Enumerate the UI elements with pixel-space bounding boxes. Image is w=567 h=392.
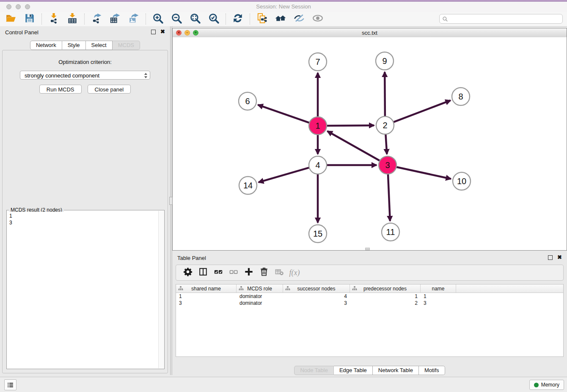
search-icon — [442, 16, 448, 22]
float-table-panel-icon[interactable] — [548, 255, 553, 260]
add-column-button[interactable] — [241, 266, 256, 279]
export-image-button[interactable] — [127, 13, 140, 25]
deselect-all-button[interactable] — [226, 266, 241, 279]
tab-motifs[interactable]: Motifs — [419, 366, 445, 375]
network-close-icon[interactable]: ✕ — [176, 30, 182, 36]
delete-column-button[interactable] — [256, 266, 272, 279]
tab-edge-table[interactable]: Edge Table — [334, 366, 373, 375]
close-panel-icon[interactable]: ✖ — [160, 29, 165, 34]
cell-predecessor-nodes: 1 — [350, 293, 421, 299]
svg-text:1: 1 — [315, 121, 320, 130]
column-header-shared-name[interactable]: shared name — [176, 284, 237, 293]
task-history-button[interactable] — [4, 379, 17, 390]
optimization-criterion-label: Optimization criterion: — [3, 59, 168, 65]
graph-edge-3-11[interactable] — [388, 174, 390, 221]
zoom-selected-button[interactable] — [207, 13, 220, 25]
tab-select[interactable]: Select — [86, 41, 113, 50]
graph-node-6[interactable]: 6 — [239, 92, 256, 110]
graph-edge-3-1[interactable] — [328, 131, 380, 161]
first-neighbors-button[interactable] — [274, 13, 287, 25]
export-network-button[interactable] — [90, 13, 103, 25]
graph-node-10[interactable]: 10 — [453, 172, 471, 190]
tab-mcds[interactable]: MCDS — [113, 41, 140, 50]
zoom-in-button[interactable] — [151, 13, 164, 25]
graph-edge-2-3[interactable] — [385, 134, 387, 154]
graph-node-2[interactable]: 2 — [376, 116, 394, 134]
table-row[interactable]: 1dominator411 — [176, 293, 563, 300]
column-header-name[interactable]: name — [421, 284, 456, 293]
result-scrollbar[interactable] — [158, 211, 164, 368]
search-box[interactable] — [439, 14, 563, 24]
column-header-mcds-role[interactable]: MCDS role — [237, 284, 283, 293]
import-network-button[interactable] — [47, 13, 60, 25]
refresh-button[interactable] — [231, 13, 244, 25]
cell-mcds-role: dominator — [237, 300, 283, 306]
graph-edge-4-14[interactable] — [259, 168, 310, 182]
graph-node-9[interactable]: 9 — [376, 52, 394, 70]
network-zoom-icon[interactable]: + — [193, 30, 198, 36]
hierarchy-icon — [239, 286, 244, 291]
zoom-out-button[interactable] — [170, 13, 183, 25]
control-panel-tabs: NetworkStyleSelectMCDS — [0, 41, 170, 50]
select-all-button[interactable] — [211, 266, 226, 279]
network-minimize-icon[interactable]: − — [184, 30, 190, 36]
network-window-titlebar[interactable]: ✕ − + scc.txt — [173, 28, 567, 38]
import-table-button[interactable] — [66, 13, 79, 25]
show-columns-icon — [198, 267, 208, 278]
run-mcds-button[interactable]: Run MCDS — [39, 85, 82, 94]
hide-selected-button[interactable] — [293, 13, 306, 25]
graph-node-11[interactable]: 11 — [382, 223, 399, 241]
toolbar-separator — [41, 14, 42, 25]
network-window: ✕ − + scc.txt 7968124314101511 — [172, 28, 567, 251]
column-settings-button[interactable] — [180, 266, 195, 279]
tab-style[interactable]: Style — [62, 41, 86, 50]
hierarchy-icon — [178, 286, 183, 291]
graph-node-1[interactable]: 1 — [309, 117, 327, 135]
column-header-successor-nodes[interactable]: successor nodes — [283, 284, 350, 293]
clone-network-icon — [256, 13, 267, 25]
graph-node-7[interactable]: 7 — [309, 53, 327, 71]
memory-button[interactable]: Memory — [529, 380, 564, 390]
memory-status-icon — [534, 383, 539, 387]
titlebar: Session: New Session — [0, 0, 567, 12]
open-file-button[interactable] — [5, 13, 17, 25]
graph-node-3[interactable]: 3 — [379, 156, 396, 174]
mcds-tab-content: Optimization criterion: strongly connect… — [2, 50, 168, 373]
refresh-icon — [232, 13, 243, 25]
delete-table-icon — [275, 267, 284, 278]
graph-node-4[interactable]: 4 — [309, 156, 327, 174]
close-panel-button[interactable]: Close panel — [88, 85, 131, 94]
float-panel-icon[interactable] — [151, 30, 156, 34]
tab-network-table[interactable]: Network Table — [373, 366, 419, 375]
graph-node-8[interactable]: 8 — [452, 88, 470, 105]
graph-edge-1-6[interactable] — [258, 105, 310, 123]
canvas-scroll-nub[interactable] — [365, 248, 370, 250]
graph-node-14[interactable]: 14 — [239, 177, 257, 194]
zoom-fit-button[interactable] — [189, 13, 201, 25]
first-neighbors-icon — [275, 13, 286, 25]
graph-edge-2-9[interactable] — [385, 72, 385, 117]
svg-text:8: 8 — [458, 92, 463, 101]
export-table-button[interactable] — [109, 13, 121, 25]
graph-edge-3-10[interactable] — [396, 167, 451, 179]
column-header-predecessor-nodes[interactable]: predecessor nodes — [350, 284, 421, 293]
tab-node-table[interactable]: Node Table — [294, 366, 334, 375]
save-session-button[interactable] — [23, 13, 36, 25]
function-builder-button: f(x) — [287, 266, 302, 279]
svg-text:4: 4 — [315, 160, 320, 170]
network-canvas[interactable]: 7968124314101511 — [173, 37, 567, 250]
criterion-select[interactable]: strongly connected component — [20, 71, 150, 80]
clone-network-button[interactable] — [256, 13, 268, 25]
column-label: shared name — [191, 286, 221, 292]
close-table-panel-icon[interactable]: ✖ — [557, 255, 562, 260]
table-row[interactable]: 3dominator323 — [176, 300, 563, 306]
mcds-result-group: MCDS result (2 nodes) 1 3 — [6, 210, 165, 369]
show-columns-button[interactable] — [195, 266, 211, 279]
graph-edge-2-8[interactable] — [393, 100, 451, 122]
graph-node-15[interactable]: 15 — [309, 225, 327, 243]
tab-network[interactable]: Network — [30, 41, 62, 50]
table-toolbar: f(x) — [176, 265, 564, 281]
search-input[interactable] — [448, 16, 562, 22]
graph-edge-1-2[interactable] — [326, 125, 374, 126]
column-label: name — [432, 286, 444, 292]
